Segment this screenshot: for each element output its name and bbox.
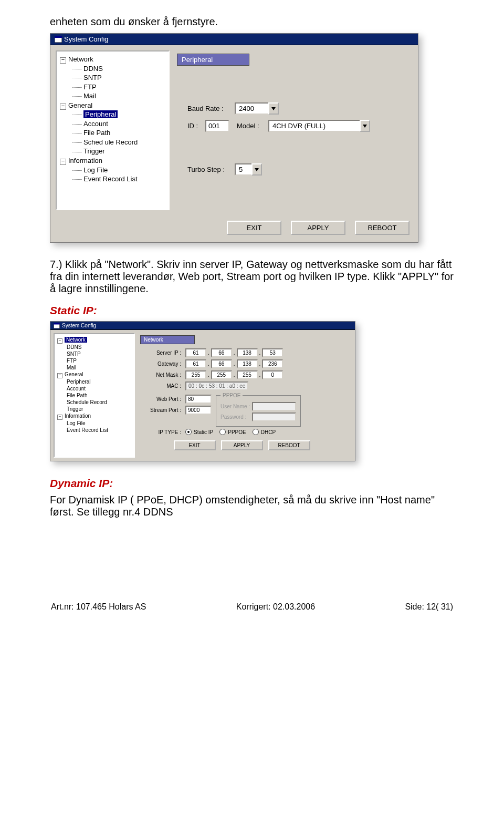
tree-panel[interactable]: −Network DDNS SNTP FTP Mail −General Per… bbox=[56, 50, 170, 210]
system-config-dialog-network: System Config −Network DDNS SNTP FTP Mai… bbox=[50, 321, 355, 461]
collapse-icon[interactable]: − bbox=[57, 415, 62, 420]
tree-item-sntp[interactable]: SNTP bbox=[56, 350, 132, 357]
tree-item-event-record-list[interactable]: Event Record List bbox=[56, 427, 132, 434]
tree-item-event-record-list[interactable]: Event Record List bbox=[59, 174, 166, 184]
tree-item-peripheral[interactable]: Peripheral bbox=[59, 110, 166, 119]
stream-port-label: Stream Port : bbox=[144, 407, 185, 413]
collapse-icon[interactable]: − bbox=[60, 159, 66, 165]
exit-button[interactable]: EXIT bbox=[227, 221, 281, 235]
server-ip-2[interactable]: 138 bbox=[237, 348, 258, 357]
tree-item-schedule-record[interactable]: Schedule Record bbox=[56, 399, 132, 406]
document-page: enheten som du ønsker å fjernstyre. Syst… bbox=[0, 0, 504, 622]
tree-item-schedule-record[interactable]: Sched ule Record bbox=[59, 138, 166, 147]
web-port-label: Web Port : bbox=[144, 396, 185, 402]
tree-item-information[interactable]: −Information bbox=[56, 412, 132, 420]
tree-item-trigger[interactable]: Trigger bbox=[59, 147, 166, 156]
model-select[interactable]: 4CH DVR (FULL) bbox=[268, 120, 370, 132]
id-label: ID : bbox=[187, 122, 205, 130]
server-ip-0[interactable]: 61 bbox=[185, 348, 206, 357]
turbo-step-label: Turbo Step : bbox=[187, 166, 235, 173]
footer-right: Side: 12( 31) bbox=[405, 602, 453, 612]
dynamic-ip-heading: Dynamic IP: bbox=[50, 477, 454, 490]
svg-rect-1 bbox=[55, 36, 62, 38]
system-config-dialog-peripheral: System Config −Network DDNS SNTP FTP Mai… bbox=[50, 33, 418, 243]
apply-button[interactable]: APPLY bbox=[221, 440, 263, 450]
titlebar: System Config bbox=[50, 322, 355, 330]
tree-item-general[interactable]: −General bbox=[59, 101, 166, 110]
pppoe-user-label: User Name : bbox=[220, 404, 252, 409]
exit-button[interactable]: EXIT bbox=[174, 440, 216, 450]
gateway-label: Gateway : bbox=[144, 361, 185, 367]
tree-item-account[interactable]: Account bbox=[59, 119, 166, 129]
gateway-3[interactable]: 236 bbox=[262, 359, 283, 368]
gateway-0[interactable]: 61 bbox=[185, 359, 206, 368]
tree-item-general[interactable]: −General bbox=[56, 371, 132, 378]
window-icon bbox=[54, 323, 60, 328]
tree-item-network[interactable]: −Network bbox=[59, 55, 166, 64]
netmask-0[interactable]: 255 bbox=[185, 370, 206, 379]
web-port-input[interactable] bbox=[185, 395, 212, 404]
tree-item-file-path[interactable]: File Path bbox=[56, 392, 132, 399]
chevron-down-icon[interactable] bbox=[360, 120, 370, 132]
ip-type-label: IP TYPE : bbox=[144, 429, 185, 435]
tree-panel[interactable]: −Network DDNS SNTP FTP Mail −General Per… bbox=[54, 333, 135, 458]
pppoe-pass-label: Password : bbox=[220, 414, 252, 420]
netmask-label: Net Mask : bbox=[144, 372, 185, 378]
baud-rate-select[interactable]: 2400 bbox=[235, 102, 279, 115]
page-footer: Art.nr: 107.465 Holars AS Korrigert: 02.… bbox=[50, 602, 454, 612]
tree-item-ftp[interactable]: FTP bbox=[56, 357, 132, 364]
apply-button[interactable]: APPLY bbox=[291, 221, 345, 235]
window-title: System Config bbox=[64, 35, 109, 43]
tree-item-log-file[interactable]: Log File bbox=[59, 166, 166, 175]
netmask-2[interactable]: 255 bbox=[237, 370, 258, 379]
button-bar: EXIT APPLY REBOOT bbox=[50, 215, 418, 242]
tree-item-sntp[interactable]: SNTP bbox=[59, 73, 166, 82]
server-ip-label: Server IP : bbox=[144, 350, 185, 356]
chevron-down-icon[interactable] bbox=[268, 102, 279, 115]
ip-type-static-radio[interactable]: Static IP bbox=[185, 429, 213, 435]
footer-left: Art.nr: 107.465 Holars AS bbox=[51, 602, 146, 612]
tree-item-log-file[interactable]: Log File bbox=[56, 420, 132, 427]
mac-value: 00 : 0e : 53 : 01 : a0 : ee bbox=[185, 381, 248, 390]
baud-rate-label: Baud Rate : bbox=[187, 105, 235, 112]
netmask-3[interactable]: 0 bbox=[262, 370, 283, 379]
ip-type-dhcp-radio[interactable]: DHCP bbox=[253, 429, 276, 435]
pppoe-user-input bbox=[252, 402, 296, 411]
section-title: Network bbox=[140, 335, 195, 344]
tree-item-file-path[interactable]: File Path bbox=[59, 128, 166, 138]
tree-item-mail[interactable]: Mail bbox=[59, 91, 166, 101]
gateway-1[interactable]: 66 bbox=[211, 359, 232, 368]
svg-rect-3 bbox=[54, 323, 60, 325]
server-ip-1[interactable]: 66 bbox=[211, 348, 232, 357]
tree-item-mail[interactable]: Mail bbox=[56, 364, 132, 371]
ip-type-pppoe-radio[interactable]: PPPOE bbox=[219, 429, 246, 435]
window-icon bbox=[55, 36, 62, 43]
collapse-icon[interactable]: − bbox=[60, 57, 66, 64]
netmask-1[interactable]: 255 bbox=[211, 370, 232, 379]
tree-item-trigger[interactable]: Trigger bbox=[56, 406, 132, 412]
reboot-button[interactable]: REBOOT bbox=[355, 221, 410, 235]
stream-port-input[interactable] bbox=[185, 406, 212, 415]
body-text-3: For Dynamisk IP ( PPoE, DHCP) omstendigh… bbox=[50, 494, 454, 518]
tree-item-ddns[interactable]: DDNS bbox=[59, 64, 166, 74]
footer-center: Korrigert: 02.03.2006 bbox=[236, 602, 315, 612]
collapse-icon[interactable]: − bbox=[60, 104, 66, 110]
tree-item-information[interactable]: −Information bbox=[59, 156, 166, 166]
tree-item-account[interactable]: Account bbox=[56, 385, 132, 392]
turbo-step-select[interactable]: 5 bbox=[235, 163, 262, 176]
collapse-icon[interactable]: − bbox=[57, 373, 62, 378]
tree-item-network[interactable]: −Network bbox=[56, 336, 132, 344]
tree-item-ddns[interactable]: DDNS bbox=[56, 344, 132, 350]
tree-item-ftp[interactable]: FTP bbox=[59, 82, 166, 92]
body-text-2: 7.) Klikk på "Network". Skriv inn server… bbox=[50, 259, 454, 295]
collapse-icon[interactable]: − bbox=[57, 338, 62, 344]
tree-item-peripheral[interactable]: Peripheral bbox=[56, 378, 132, 385]
titlebar: System Config bbox=[50, 34, 418, 45]
reboot-button[interactable]: REBOOT bbox=[268, 440, 310, 450]
gateway-2[interactable]: 138 bbox=[237, 359, 258, 368]
peripheral-panel: Peripheral Baud Rate : 2400 ID : Model :… bbox=[170, 50, 413, 210]
chevron-down-icon[interactable] bbox=[251, 163, 262, 176]
server-ip-3[interactable]: 53 bbox=[262, 348, 283, 357]
pppoe-group: PPPOE User Name : Password : bbox=[216, 393, 301, 427]
id-input[interactable] bbox=[205, 120, 229, 132]
